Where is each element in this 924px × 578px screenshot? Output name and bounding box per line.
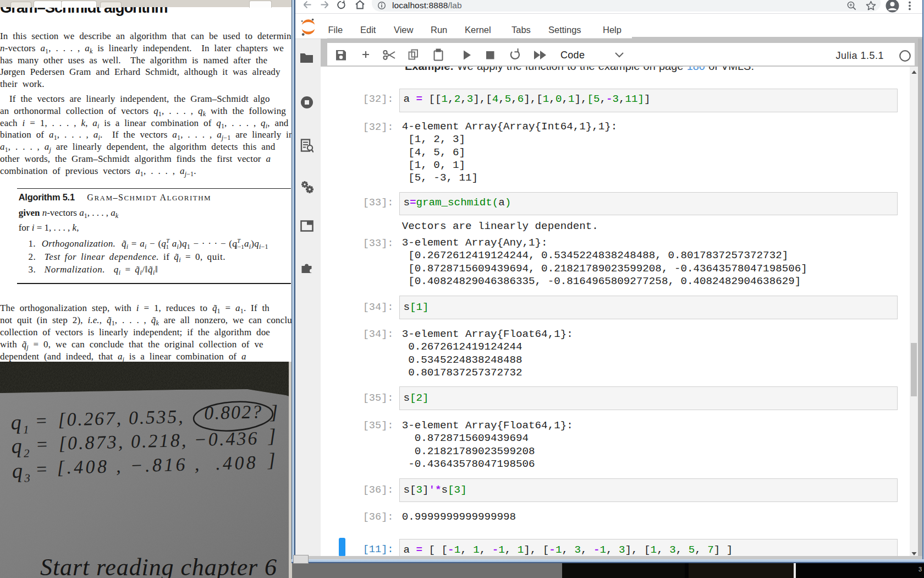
svg-text:3: 3 bbox=[24, 471, 30, 484]
svg-text:q: q bbox=[10, 411, 21, 434]
svg-text:1: 1 bbox=[23, 423, 29, 436]
svg-text:]: ] bbox=[267, 424, 276, 446]
svg-text:Start reading chapter 6: Start reading chapter 6 bbox=[40, 554, 277, 578]
svg-text:=: = bbox=[35, 459, 48, 479]
svg-text:q: q bbox=[12, 459, 23, 482]
svg-text:=: = bbox=[35, 410, 48, 431]
svg-text:]: ] bbox=[267, 449, 276, 471]
svg-text:]: ] bbox=[270, 401, 278, 423]
svg-text:=: = bbox=[35, 434, 48, 455]
svg-text:q: q bbox=[11, 434, 22, 457]
svg-text:2: 2 bbox=[24, 446, 30, 460]
